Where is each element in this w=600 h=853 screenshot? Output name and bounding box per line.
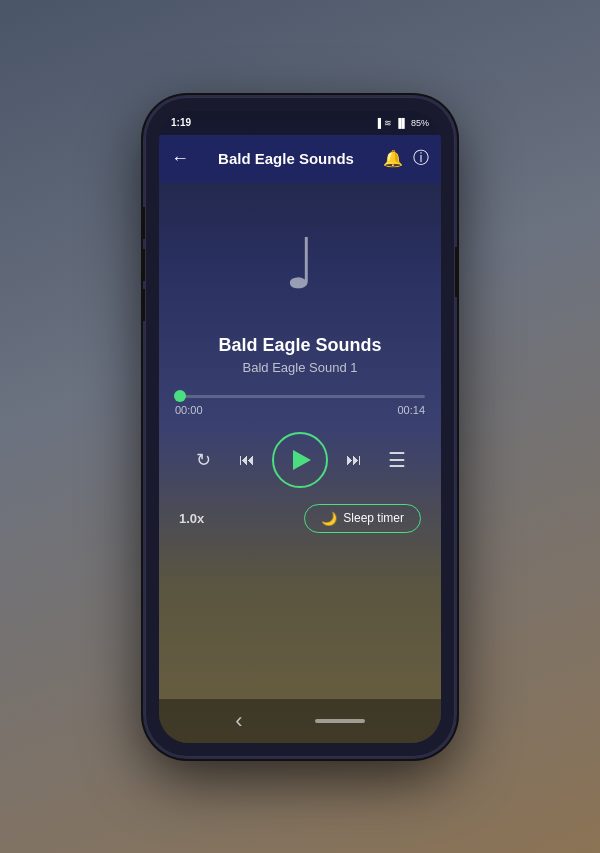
track-subtitle: Bald Eagle Sound 1 [218, 360, 381, 375]
playlist-icon: ☰ [388, 448, 406, 472]
prev-button[interactable]: ⏮ [229, 442, 265, 478]
progress-section: 00:00 00:14 [175, 395, 425, 416]
info-icon[interactable]: ⓘ [413, 148, 429, 169]
progress-thumb[interactable] [174, 390, 186, 402]
bottom-nav: ‹ [159, 699, 441, 743]
battery-icon: ▐▌ [395, 118, 408, 128]
signal-icon: ▐ [375, 118, 381, 128]
speed-label[interactable]: 1.0x [179, 511, 204, 526]
total-time: 00:14 [397, 404, 425, 416]
phone-screen: 1:19 ▐ ≋ ▐▌ 85% ← Bald Eagle Sounds 🔔 ⓘ [159, 111, 441, 743]
nav-back-button[interactable]: ‹ [235, 708, 242, 734]
current-time: 00:00 [175, 404, 203, 416]
moon-icon: 🌙 [321, 511, 337, 526]
play-icon [293, 450, 311, 470]
progress-bar[interactable] [175, 395, 425, 398]
status-icons: ▐ ≋ ▐▌ 85% [375, 118, 429, 128]
track-info: Bald Eagle Sounds Bald Eagle Sound 1 [218, 335, 381, 375]
content-area: ♩ Bald Eagle Sounds Bald Eagle Sound 1 0… [159, 183, 441, 699]
status-time: 1:19 [171, 117, 191, 128]
home-indicator[interactable] [315, 719, 365, 723]
bottom-row: 1.0x 🌙 Sleep timer [175, 504, 425, 533]
track-title: Bald Eagle Sounds [218, 335, 381, 356]
repeat-button[interactable]: ↻ [185, 442, 221, 478]
playlist-button[interactable]: ☰ [379, 442, 415, 478]
back-button[interactable]: ← [171, 148, 189, 169]
wifi-icon: ≋ [384, 118, 392, 128]
status-bar: 1:19 ▐ ≋ ▐▌ 85% [159, 111, 441, 135]
repeat-icon: ↻ [196, 449, 211, 471]
sleep-timer-label: Sleep timer [343, 511, 404, 525]
sleep-timer-button[interactable]: 🌙 Sleep timer [304, 504, 421, 533]
phone-shell: 1:19 ▐ ≋ ▐▌ 85% ← Bald Eagle Sounds 🔔 ⓘ [145, 97, 455, 757]
next-icon: ⏭ [346, 451, 362, 469]
playback-controls: ↻ ⏮ ⏭ ☰ [175, 432, 425, 488]
next-button[interactable]: ⏭ [336, 442, 372, 478]
top-action-icons: 🔔 ⓘ [383, 148, 429, 169]
play-button[interactable] [272, 432, 328, 488]
bell-icon[interactable]: 🔔 [383, 149, 403, 168]
progress-times: 00:00 00:14 [175, 404, 425, 416]
prev-icon: ⏮ [239, 451, 255, 469]
battery-percent: 85% [411, 118, 429, 128]
music-note-icon: ♩ [284, 223, 317, 305]
top-app-bar: ← Bald Eagle Sounds 🔔 ⓘ [159, 135, 441, 183]
page-title: Bald Eagle Sounds [197, 150, 375, 167]
album-art: ♩ [175, 183, 425, 335]
